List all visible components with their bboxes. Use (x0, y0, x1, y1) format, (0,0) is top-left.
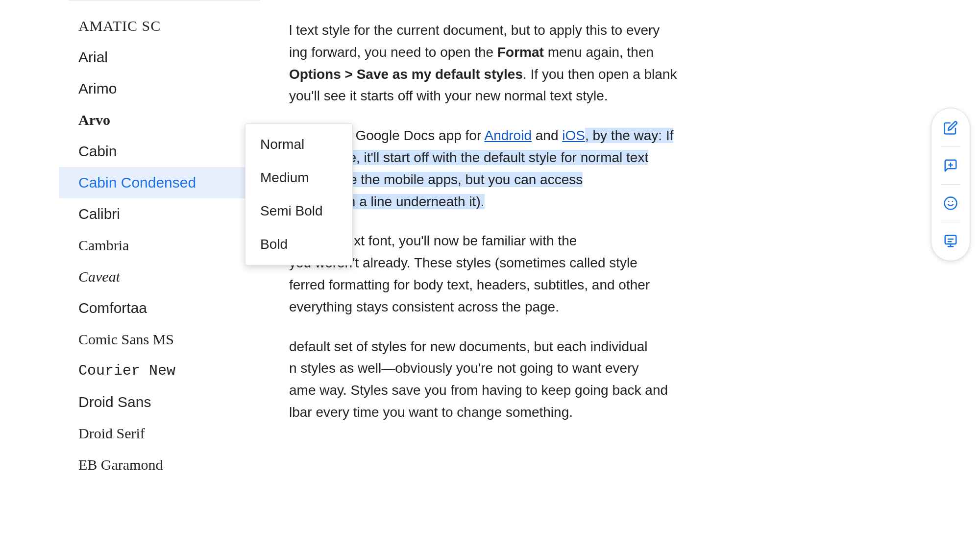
font-item-label-cabin: Cabin (78, 143, 117, 160)
font-item-label-courier-new: Courier New (78, 362, 175, 379)
font-item-label-droid-sans: Droid Sans (78, 394, 151, 410)
font-item-label-eb-garamond: EB Garamond (78, 456, 163, 473)
font-item-label-arvo: Arvo (78, 112, 110, 128)
font-item-label-cabin-condensed: Cabin Condensed (78, 174, 196, 191)
font-item-label-comfortaa: Comfortaa (78, 300, 147, 316)
font-item-label-calibri: Calibri (78, 206, 120, 222)
edit-button[interactable] (937, 114, 964, 142)
font-item-label-arimo: Arimo (78, 80, 117, 97)
doc-para-2: pply in the Google Docs app for Android … (289, 125, 902, 213)
android-link[interactable]: Android (484, 128, 532, 143)
submenu-item-bold[interactable]: Bold (245, 228, 352, 261)
options-bold: Options > Save as my default styles (289, 67, 523, 82)
submenu-item-medium[interactable]: Medium (245, 161, 352, 194)
toolbar-divider-2 (941, 184, 960, 185)
emoji-button[interactable] (937, 190, 964, 217)
svg-point-2 (945, 197, 957, 210)
submenu-item-normal[interactable]: Normal (245, 128, 352, 161)
font-item-label-caveat: Caveat (78, 268, 120, 285)
doc-para-4: default set of styles for new documents,… (289, 336, 902, 424)
suggest-button[interactable] (937, 227, 964, 255)
font-item-label-arial: Arial (78, 49, 108, 66)
doc-para-3: t normal text font, you'll now be famili… (289, 230, 902, 318)
doc-content: l text style for the current document, b… (260, 0, 931, 551)
doc-para-1: l text style for the current document, b… (289, 20, 902, 107)
font-submenu: NormalMediumSemi BoldBold (245, 123, 353, 265)
right-toolbar (931, 108, 970, 261)
font-item-label-comic-sans: Comic Sans MS (78, 331, 174, 348)
font-item-label-amatic-sc: AMATIC SC (78, 18, 161, 34)
toolbar-divider-1 (941, 146, 960, 147)
submenu-item-semi-bold[interactable]: Semi Bold (245, 194, 352, 228)
add-comment-button[interactable] (937, 152, 964, 179)
font-item-label-droid-serif: Droid Serif (78, 425, 145, 442)
font-item-label-cambria: Cambria (78, 237, 129, 254)
ios-link[interactable]: iOS (562, 128, 585, 143)
format-bold: Format (497, 45, 544, 60)
toolbar-divider-3 (941, 222, 960, 222)
